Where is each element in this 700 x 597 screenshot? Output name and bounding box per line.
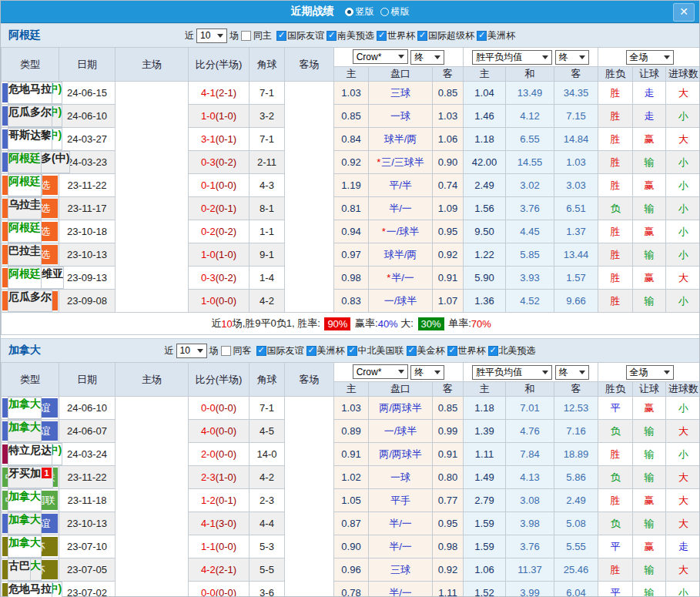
corner-count: 4-4 xyxy=(250,512,285,535)
odds-time-select[interactable]: 终 xyxy=(410,50,444,65)
avg-time-select[interactable]: 终 xyxy=(555,365,589,380)
competition-label[interactable]: 世界杯 xyxy=(458,344,486,357)
avg-home-odds: 1.22 xyxy=(464,243,506,267)
crow-home-odds: 1.03 xyxy=(334,82,369,105)
horizontal-radio-label[interactable]: 横版 xyxy=(391,5,410,18)
competition-checkbox[interactable] xyxy=(447,346,457,356)
match-score: 0-0(0-0) xyxy=(189,582,250,597)
avg-away-odds: 1.37 xyxy=(554,220,598,243)
same-venue-checkbox[interactable] xyxy=(221,346,231,356)
avg-home-odds: 2.79 xyxy=(464,489,506,512)
col-crow-home: 主 xyxy=(334,382,369,397)
team-section-argentina: 阿根廷 近 10 场 同主 国际友谊南美预选世界杯国际超级杯美洲杯 类型 日期 … xyxy=(1,23,699,335)
competition-label[interactable]: 美洲杯 xyxy=(487,29,515,42)
crow-home-odds: 0.84 xyxy=(334,128,369,151)
corner-count: 2-11 xyxy=(250,151,285,174)
match-score: 1-0(0-0) xyxy=(189,290,250,313)
avg-odds-select[interactable]: 胜平负均值 xyxy=(472,365,552,380)
match-row: 南美预选23-09-08阿根廷1-0(0-0)4-2厄瓜多尔0.83一/球半1.… xyxy=(2,290,700,313)
competition-checkbox[interactable] xyxy=(407,346,417,356)
avg-home-odds: 42.00 xyxy=(464,151,506,174)
avg-time-select[interactable]: 终 xyxy=(555,50,589,65)
match-date: 24-06-10 xyxy=(59,397,116,420)
competition-label[interactable]: 国际友谊 xyxy=(287,29,324,42)
competition-label[interactable]: 国际超级杯 xyxy=(428,29,474,42)
competition-label[interactable]: 南美预选 xyxy=(337,29,374,42)
goals-result: 小 xyxy=(666,290,700,313)
team-name-text: 牙买加 xyxy=(8,467,41,479)
close-button[interactable]: ✕ xyxy=(673,3,695,22)
competition-label[interactable]: 世界杯 xyxy=(387,29,415,42)
match-row: 中北美国联23-11-22加拿大2-3(1-0)4-2牙买加11.02一球0.8… xyxy=(2,466,700,489)
same-venue-checkbox[interactable] xyxy=(241,31,251,41)
team-name-text: 加拿大 xyxy=(8,536,41,548)
match-count-select[interactable]: 10 xyxy=(196,29,227,43)
vertical-radio-icon[interactable] xyxy=(345,8,353,16)
away-team: 乌拉圭 xyxy=(8,197,42,220)
away-team: 厄瓜多尔 xyxy=(8,290,52,312)
odds-company-select[interactable]: Crow* xyxy=(353,364,408,379)
handicap: 一球 xyxy=(369,466,433,489)
avg-home-odds: 1.56 xyxy=(464,197,506,220)
half-score: (0-0) xyxy=(216,425,236,437)
handicap-result: 赢 xyxy=(633,174,666,197)
crow-home-odds: 0.81 xyxy=(334,197,369,220)
avg-away-odds: 34.35 xyxy=(554,82,598,105)
match-score: 4-2(2-1) xyxy=(189,558,250,582)
match-row: 南美预选23-11-221巴西0-1(0-0)4-3阿根廷1.19平/半0.74… xyxy=(2,174,700,197)
vertical-radio-label[interactable]: 竖版 xyxy=(356,5,374,18)
half-score: (0-0) xyxy=(216,541,236,552)
col-away: 客场 xyxy=(285,48,334,82)
same-venue-label[interactable]: 同主 xyxy=(253,29,272,42)
competition-label[interactable]: 美金杯 xyxy=(417,344,445,357)
avg-home-odds: 9.50 xyxy=(464,220,506,243)
avg-home-odds: 1.46 xyxy=(464,105,506,128)
match-result: 胜 xyxy=(598,128,633,151)
panel-title: 近期战绩 xyxy=(291,5,334,18)
handicap: 两/两球半 xyxy=(369,397,433,420)
matches-label: 场 xyxy=(209,344,219,357)
avg-away-odds: 3.03 xyxy=(554,174,598,197)
horizontal-radio-icon[interactable] xyxy=(380,8,389,16)
goals-result: 大 xyxy=(666,420,700,443)
match-score: 2-0(0-0) xyxy=(189,443,250,466)
crow-home-odds: 0.89 xyxy=(334,420,369,443)
competition-checkbox[interactable] xyxy=(306,346,317,356)
avg-odds-select[interactable]: 胜平负均值 xyxy=(472,50,552,65)
summary-segment: 40% xyxy=(378,318,398,330)
competition-checkbox[interactable] xyxy=(488,346,498,356)
full-score: 0-3 xyxy=(201,272,216,283)
away-team: 特立尼达 xyxy=(8,443,52,465)
competition-checkbox[interactable] xyxy=(417,31,427,41)
full-match-select[interactable]: 全场 xyxy=(626,50,674,65)
same-venue-label[interactable]: 同客 xyxy=(233,344,252,357)
odds-time-select[interactable]: 终 xyxy=(410,365,444,380)
competition-checkbox[interactable] xyxy=(276,31,286,41)
competition-checkbox[interactable] xyxy=(327,31,337,41)
competition-checkbox[interactable] xyxy=(477,31,487,41)
avg-draw-odds: 5.85 xyxy=(506,243,554,267)
competition-checkbox[interactable] xyxy=(256,346,266,356)
full-match-select[interactable]: 全场 xyxy=(626,365,674,380)
competition-checkbox[interactable] xyxy=(347,346,357,356)
handicap-result: 走 xyxy=(633,82,666,105)
competition-checkbox[interactable] xyxy=(377,31,387,41)
crow-home-odds: 0.78 xyxy=(334,582,369,597)
crow-home-odds: 0.83 xyxy=(334,290,369,313)
matches-table: 类型 日期 主场 比分(半场) 角球 客场 Crow* 终 胜平负均值 终 xyxy=(1,47,700,335)
col-goals: 进球数 xyxy=(666,382,700,397)
competition-label[interactable]: 中北美国联 xyxy=(358,344,404,357)
competition-label[interactable]: 美洲杯 xyxy=(317,344,345,357)
summary-segment: 30% xyxy=(418,317,444,330)
team-name-text: 阿根廷 xyxy=(8,221,41,233)
corner-count: 14-0 xyxy=(250,443,285,466)
odds-company-select[interactable]: Crow* xyxy=(353,49,408,64)
handicap-result: 赢 xyxy=(633,267,666,290)
competition-label[interactable]: 北美预选 xyxy=(499,344,536,357)
away-team: 哥斯达黎 xyxy=(8,128,52,150)
handicap-result: 输 xyxy=(633,443,666,466)
match-count-select[interactable]: 10 xyxy=(176,344,207,358)
col-result: 胜负 xyxy=(598,382,633,397)
col-home: 主场 xyxy=(116,363,189,397)
competition-label[interactable]: 国际友谊 xyxy=(267,344,304,357)
